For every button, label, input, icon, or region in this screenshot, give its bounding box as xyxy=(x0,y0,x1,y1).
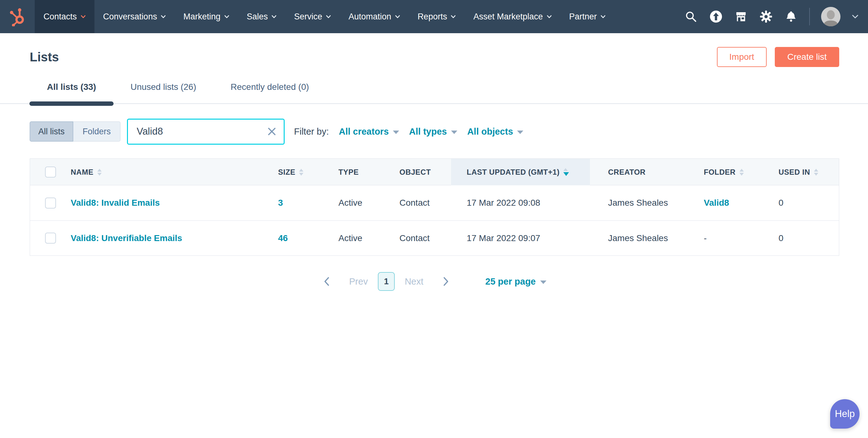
chevron-down-icon xyxy=(161,15,166,19)
chevron-down-icon xyxy=(600,15,606,19)
chevron-down-icon xyxy=(547,15,552,19)
column-header-size[interactable]: SIZE xyxy=(278,168,338,177)
prev-button[interactable]: Prev xyxy=(349,276,368,287)
tab-unused-lists[interactable]: Unused lists (26) xyxy=(113,77,213,103)
folder-cell: - xyxy=(704,233,779,243)
account-chevron-down-icon[interactable] xyxy=(852,14,859,19)
dropdown-triangle-icon xyxy=(451,130,457,134)
nav-item-sales[interactable]: Sales xyxy=(238,0,286,33)
create-list-button[interactable]: Create list xyxy=(775,47,839,67)
toggle-folders[interactable]: Folders xyxy=(73,121,120,142)
nav-item-service[interactable]: Service xyxy=(285,0,340,33)
nav-item-label: Contacts xyxy=(43,12,77,22)
row-select-cell xyxy=(30,233,71,243)
chevron-down-icon xyxy=(451,15,456,19)
dropdown-triangle-icon xyxy=(393,130,399,134)
tabs-strip: All lists (33) Unused lists (26) Recentl… xyxy=(0,77,868,104)
row-checkbox[interactable] xyxy=(45,233,56,243)
chevron-down-icon xyxy=(224,15,229,19)
filter-by-label: Filter by: xyxy=(294,126,329,137)
help-button[interactable]: Help xyxy=(830,399,860,429)
next-button[interactable]: Next xyxy=(405,276,424,287)
folder-link[interactable]: Valid8 xyxy=(704,198,729,208)
sort-icon xyxy=(299,169,303,176)
table-header-row: NAME SIZE TYPE OBJECT LAST UPDATED (GMT+… xyxy=(30,159,839,185)
top-navigation-bar: Contacts Conversations Marketing Sales S… xyxy=(0,0,868,33)
search-wrap xyxy=(127,119,285,145)
column-header-folder[interactable]: FOLDER xyxy=(704,168,779,177)
nav-item-label: Sales xyxy=(247,12,268,22)
dropdown-all-types[interactable]: All types xyxy=(409,126,457,137)
size-cell: 46 xyxy=(278,233,338,243)
last-updated-cell: 17 Mar 2022 09:08 xyxy=(451,198,590,208)
folder-cell: Valid8 xyxy=(704,198,779,208)
nav-item-asset-marketplace[interactable]: Asset Marketplace xyxy=(465,0,560,33)
nav-item-conversations[interactable]: Conversations xyxy=(94,0,175,33)
dropdown-all-objects[interactable]: All objects xyxy=(467,126,524,137)
sort-icon xyxy=(97,169,102,176)
import-button[interactable]: Import xyxy=(717,47,767,67)
nav-item-partner[interactable]: Partner xyxy=(560,0,615,33)
dropdown-label: All types xyxy=(409,126,447,137)
list-name-link[interactable]: Valid8: Invalid Emails xyxy=(71,198,160,208)
used-in-cell: 0 xyxy=(779,198,839,208)
dropdown-label: All creators xyxy=(339,126,389,137)
dropdown-label: All objects xyxy=(467,126,513,137)
row-checkbox[interactable] xyxy=(45,198,56,208)
size-link[interactable]: 46 xyxy=(278,233,288,243)
toggle-all-lists[interactable]: All lists xyxy=(30,121,73,142)
size-cell: 3 xyxy=(278,198,338,208)
search-input[interactable] xyxy=(127,119,285,145)
header-actions: Import Create list xyxy=(717,47,839,67)
notifications-bell-icon[interactable] xyxy=(784,10,798,24)
column-label: CREATOR xyxy=(608,168,646,177)
dropdown-triangle-icon xyxy=(517,130,523,134)
dropdown-all-creators[interactable]: All creators xyxy=(339,126,399,137)
upgrade-icon[interactable] xyxy=(709,10,723,24)
current-page-button[interactable]: 1 xyxy=(378,272,395,291)
avatar[interactable] xyxy=(821,7,840,26)
nav-item-automation[interactable]: Automation xyxy=(340,0,409,33)
nav-divider xyxy=(809,8,810,25)
nav-item-marketing[interactable]: Marketing xyxy=(175,0,238,33)
column-label: OBJECT xyxy=(399,168,431,177)
list-name-link[interactable]: Valid8: Unverifiable Emails xyxy=(71,233,182,243)
search-icon[interactable] xyxy=(684,10,698,24)
row-select-cell xyxy=(30,198,71,208)
used-in-cell: 0 xyxy=(779,233,839,243)
nav-item-label: Marketing xyxy=(183,12,220,22)
creator-cell: James Sheales xyxy=(590,198,704,208)
table-row: Valid8: Invalid Emails 3 Active Contact … xyxy=(30,185,839,221)
last-updated-cell: 17 Mar 2022 09:07 xyxy=(451,233,590,243)
list-name-cell: Valid8: Invalid Emails xyxy=(71,198,278,208)
chevron-down-icon xyxy=(81,15,86,19)
column-label: FOLDER xyxy=(704,168,736,177)
sort-icon xyxy=(814,169,818,176)
column-label: USED IN xyxy=(779,168,810,177)
column-header-creator: CREATOR xyxy=(590,168,704,177)
table-row: Valid8: Unverifiable Emails 46 Active Co… xyxy=(30,221,839,256)
column-header-name[interactable]: NAME xyxy=(71,168,278,177)
clear-search-icon[interactable] xyxy=(267,126,277,137)
nav-item-reports[interactable]: Reports xyxy=(409,0,465,33)
settings-gear-icon[interactable] xyxy=(759,10,773,24)
size-link[interactable]: 3 xyxy=(278,198,283,208)
hubspot-logo[interactable] xyxy=(0,0,35,33)
nav-item-label: Partner xyxy=(569,12,597,22)
page-header: Lists Import Create list xyxy=(30,47,839,67)
object-cell: Contact xyxy=(399,233,451,243)
column-label: SIZE xyxy=(278,168,295,177)
per-page-dropdown[interactable]: 25 per page xyxy=(486,276,547,287)
nav-item-contacts[interactable]: Contacts xyxy=(35,0,94,33)
column-header-used-in[interactable]: USED IN xyxy=(779,168,839,177)
select-all-checkbox[interactable] xyxy=(45,167,56,177)
tab-all-lists[interactable]: All lists (33) xyxy=(30,77,113,103)
list-name-cell: Valid8: Unverifiable Emails xyxy=(71,233,278,243)
column-label: LAST UPDATED (GMT+1) xyxy=(467,168,560,177)
nav-utility-area xyxy=(684,0,868,33)
marketplace-icon[interactable] xyxy=(734,10,748,24)
tab-recently-deleted[interactable]: Recently deleted (0) xyxy=(213,77,326,103)
column-header-last-updated[interactable]: LAST UPDATED (GMT+1) xyxy=(451,159,590,185)
next-chevron-icon[interactable] xyxy=(440,276,451,287)
prev-chevron-icon[interactable] xyxy=(321,276,332,287)
